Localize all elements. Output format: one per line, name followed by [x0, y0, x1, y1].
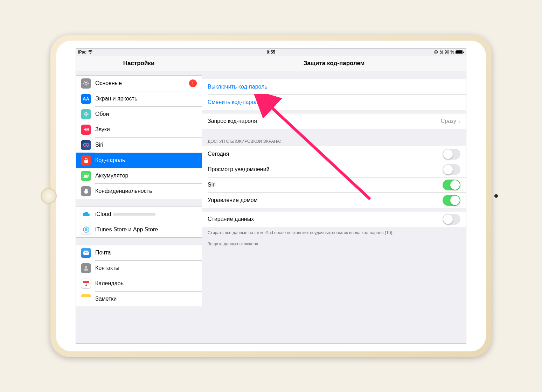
badge: 1: [189, 79, 197, 87]
sidebar-item-siri[interactable]: Siri: [76, 137, 202, 153]
svg-rect-1: [435, 52, 436, 53]
svg-rect-17: [83, 251, 89, 255]
change-passcode-button[interactable]: Сменить код-пароль: [202, 94, 466, 110]
text-size-icon: AA: [81, 94, 91, 104]
home-switch[interactable]: [443, 195, 460, 206]
battery-icon: [456, 50, 464, 54]
sidebar-item-label: Звуки: [95, 126, 197, 133]
wifi-icon: [88, 50, 93, 54]
toggle-label: Siri: [208, 182, 216, 188]
sidebar-item-battery[interactable]: Аккумулятор: [76, 168, 202, 183]
sidebar-item-label: Обои: [95, 111, 197, 117]
erase-data-row: Стирание данных: [202, 211, 466, 227]
home-button[interactable]: [41, 188, 57, 204]
sidebar-item-privacy[interactable]: Конфиденциальность: [76, 183, 202, 199]
detail-pane: Защита код-паролем Выключить код-пароль …: [202, 56, 466, 343]
sidebar-item-label: Контакты: [95, 265, 197, 271]
sidebar-item-itunes[interactable]: iTunes Store и App Store: [76, 222, 202, 237]
ipad-device-frame: iPad 9:55 90 %: [50, 35, 492, 357]
sidebar-item-label: Экран и яркость: [95, 96, 197, 102]
svg-rect-4: [456, 51, 462, 54]
battery-row-icon: [81, 171, 91, 181]
contacts-icon: [81, 263, 91, 273]
change-label: Сменить код-пароль: [208, 99, 261, 105]
require-value: Сразу: [441, 118, 456, 124]
sidebar-item-label: Аккумулятор: [95, 173, 197, 179]
sidebar-item-display[interactable]: AA Экран и яркость: [76, 91, 202, 106]
svg-text:1: 1: [85, 283, 87, 286]
notes-icon: [81, 294, 91, 304]
toggle-row-siri: Siri: [202, 177, 466, 192]
alarm-icon: [439, 50, 443, 54]
sidebar-item-sounds[interactable]: Звуки: [76, 122, 202, 137]
appstore-icon: [81, 225, 91, 235]
lock-icon: [81, 155, 91, 166]
sidebar-item-mail[interactable]: Почта: [76, 245, 202, 260]
sidebar-item-wallpaper[interactable]: Обои: [76, 106, 202, 122]
svg-rect-15: [89, 175, 89, 176]
svg-point-8: [85, 112, 87, 113]
toggle-row-today: Сегодня: [202, 146, 466, 162]
toggle-label: Просмотр уведомлений: [208, 166, 270, 173]
protection-footnote: Защита данных включена.: [202, 238, 466, 250]
toggle-label: Сегодня: [208, 151, 229, 157]
today-switch[interactable]: [443, 149, 460, 160]
toggle-label: Управление домом: [208, 197, 258, 203]
svg-point-10: [84, 113, 85, 115]
sidebar-item-label: Календарь: [95, 280, 197, 287]
sidebar-item-passcode[interactable]: Код-пароль: [76, 153, 202, 168]
sidebar-item-label: iTunes Store и App Store: [95, 226, 197, 233]
erase-label: Стирание данных: [208, 216, 254, 222]
sidebar-item-label: Основные: [95, 80, 189, 86]
mail-icon: [81, 248, 91, 258]
sidebar-item-label: Конфиденциальность: [95, 188, 197, 194]
detail-title: Защита код-паролем: [202, 56, 466, 71]
flower-icon: [81, 109, 91, 119]
require-passcode-row[interactable]: Запрос код-пароля Сразу ›: [202, 113, 466, 129]
siri-icon: [81, 140, 91, 150]
svg-point-18: [85, 266, 87, 268]
sidebar-item-label: Заметки: [95, 296, 197, 302]
erase-footnote: Стирать все данные на этом iPad после не…: [202, 227, 466, 238]
screen: iPad 9:55 90 %: [76, 48, 466, 344]
gear-icon: [81, 78, 91, 89]
sidebar-item-label: Почта: [95, 250, 197, 256]
sidebar-item-icloud[interactable]: iCloud: [76, 206, 202, 222]
svg-rect-14: [84, 175, 88, 177]
svg-point-9: [85, 115, 87, 117]
toggle-row-notifications: Просмотр уведомлений: [202, 162, 466, 177]
rotation-lock-icon: [434, 50, 438, 54]
sidebar-item-notes[interactable]: Заметки: [76, 291, 202, 307]
sidebar-item-contacts[interactable]: Контакты: [76, 260, 202, 276]
turn-off-passcode-button[interactable]: Выключить код-пароль: [202, 79, 466, 94]
battery-percent: 90 %: [445, 50, 454, 55]
chevron-right-icon: ›: [458, 118, 460, 125]
clock: 9:55: [267, 50, 275, 55]
svg-point-11: [87, 113, 89, 115]
calendar-icon: 1: [81, 279, 91, 289]
hand-icon: [81, 186, 91, 196]
sidebar-item-calendar[interactable]: 1 Календарь: [76, 276, 202, 291]
status-bar: iPad 9:55 90 %: [76, 49, 466, 56]
camera-dot: [494, 194, 498, 198]
svg-point-6: [85, 82, 87, 84]
sidebar-item-label: Код-пароль: [95, 157, 197, 163]
erase-switch[interactable]: [443, 214, 460, 225]
svg-rect-12: [84, 160, 88, 163]
sidebar-item-general[interactable]: Основные 1: [76, 76, 202, 91]
svg-rect-5: [463, 51, 464, 53]
settings-sidebar: Настройки Основные 1 AA Экран и яркость: [76, 56, 202, 343]
notifications-switch[interactable]: [443, 164, 460, 175]
sidebar-item-label: iCloud: [95, 211, 197, 217]
section-header-lockscreen: ДОСТУП С БЛОКИРОВКОЙ ЭКРАНА:: [202, 137, 466, 146]
svg-point-7: [85, 113, 87, 115]
device-label: iPad: [78, 50, 86, 55]
sidebar-item-label: Siri: [95, 142, 197, 148]
sidebar-list[interactable]: Основные 1 AA Экран и яркость Обои: [76, 71, 202, 307]
siri-switch[interactable]: [443, 180, 460, 190]
speaker-icon: [81, 125, 91, 135]
sidebar-title: Настройки: [76, 56, 202, 71]
toggle-row-home: Управление домом: [202, 192, 466, 208]
cloud-icon: [81, 209, 91, 219]
require-label: Запрос код-пароля: [208, 118, 257, 124]
